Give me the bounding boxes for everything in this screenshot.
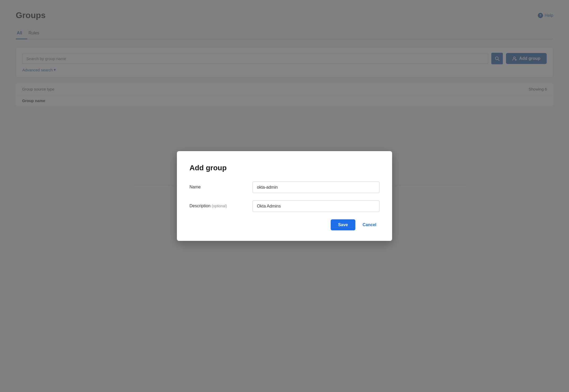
modal-title: Add group (189, 164, 380, 172)
description-input[interactable] (252, 200, 380, 212)
add-group-modal: Add group Name Description (optional) Sa… (177, 151, 392, 241)
name-label: Name (189, 182, 252, 189)
optional-text: (optional) (212, 204, 227, 208)
modal-overlay: Add group Name Description (optional) Sa… (0, 0, 569, 392)
description-label: Description (optional) (189, 200, 252, 208)
name-input[interactable] (252, 182, 380, 193)
modal-actions: Save Cancel (189, 219, 380, 230)
name-field-row: Name (189, 182, 380, 193)
save-button[interactable]: Save (331, 219, 355, 230)
cancel-button[interactable]: Cancel (360, 219, 380, 230)
description-field-row: Description (optional) (189, 200, 380, 212)
